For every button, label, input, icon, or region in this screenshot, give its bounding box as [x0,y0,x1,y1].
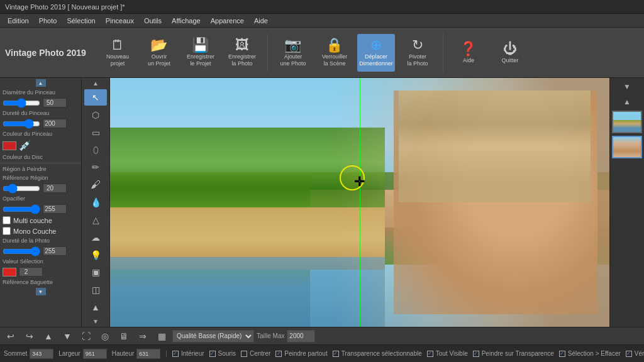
scroll-up-arrow[interactable]: ▲ [36,79,46,87]
ouvrir-icon: 📂 [150,38,167,52]
selection-swatch[interactable] [3,268,16,277]
status-divider: | [165,350,167,357]
durete-slider[interactable] [3,121,40,127]
mono-couche-check[interactable] [3,227,11,235]
tool-pen[interactable]: ✏ [84,159,107,175]
taille-max-input[interactable] [287,330,315,343]
durete-photo-input[interactable] [43,246,67,256]
durete-row [0,118,81,129]
btn-arrow-right[interactable]: ⇒ [135,329,151,343]
tools-sidebar: ▲ ↖ ⬡ ▭ ⬯ ✏ 🖌 💧 △ ☁ 💡 ▣ ◫ ▲ ▼ [82,78,110,327]
centrer-check[interactable] [241,351,247,357]
selection-label: Valeur Sélection [0,257,81,266]
tool-light1[interactable]: 💡 [84,247,107,263]
toolbar-aide-label: Aide [463,57,474,63]
thumbnail-1[interactable] [612,111,642,133]
peindre-transparent-label: Peindre sur Transparence [482,350,554,357]
toolbar-aide[interactable]: ❓ Aide [450,34,487,72]
toolbar-ouvrir[interactable]: 📂 Ouvrirun Projet [140,34,178,72]
sommet-input[interactable] [30,349,53,359]
canvas-area[interactable]: ✛ [110,78,609,327]
menu-pinceaux[interactable]: Pinceaux [101,16,139,26]
mono-couche-label: Mono Couche [13,228,57,235]
tool-rect[interactable]: ▭ [84,124,107,141]
check-centrer: Centrer [241,350,270,357]
tool-shape1[interactable]: ⬡ [84,107,107,123]
panel-scroll-down[interactable]: ▼ [0,287,81,297]
menu-outils[interactable]: Outils [139,16,167,26]
panel-scroll-up[interactable]: ▲ [0,78,81,88]
durete-photo-slider[interactable] [3,248,40,255]
right-nav-down[interactable]: ▼ [619,80,635,93]
btn-circle[interactable]: ◎ [97,329,113,343]
toolbar-deplacer[interactable]: ⊕ DéplacerDimentionner [357,34,395,72]
btn-expand[interactable]: ⛶ [78,329,94,343]
diametre-input[interactable]: 50 [43,98,67,107]
tool-triangle[interactable]: △ [84,212,107,228]
thumbnail-2[interactable] [612,136,642,158]
toolbar-verrouiller[interactable]: 🔒 Verrouillerla Scène [316,34,353,72]
menu-apparence[interactable]: Apparence [206,16,249,26]
menu-edition[interactable]: Edition [3,16,34,26]
right-nav-up[interactable]: ▲ [619,96,635,108]
tool-ellipse[interactable]: ⬯ [84,142,107,158]
multi-couche-check[interactable] [3,216,11,224]
toolbar-enregistrer-projet[interactable]: 💾 Enregistrerle Projet [182,34,219,72]
btn-redo[interactable]: ↪ [21,329,38,343]
tools-nav-up[interactable]: ▲ [84,79,107,88]
selection-effacer-check[interactable] [559,351,565,357]
couleur-label: Couleur du Pinceau [0,129,81,138]
peindre-transparent-check[interactable] [473,351,479,357]
btn-down[interactable]: ▼ [59,329,75,343]
menu-photo[interactable]: Photo [34,16,62,26]
diametre-slider[interactable] [3,100,40,106]
btn-screen[interactable]: 🖥 [116,329,132,343]
largeur-label: Largeur [58,350,80,357]
qualite-select[interactable]: Qualité Basse (Rapide) [172,330,254,343]
toolbar-pivoter[interactable]: ↻ Pivoterla Photo [399,34,436,72]
tool-brush[interactable]: 🖌 [84,177,107,193]
tool-cloud[interactable]: ☁ [84,229,107,246]
ref-region-slider[interactable] [3,185,40,192]
selection-input[interactable] [19,267,43,277]
verouiller-check[interactable] [626,351,632,357]
toolbar-ajouter-photo[interactable]: 📷 Ajouterune Photo [274,34,312,72]
hauteur-input[interactable] [136,349,160,359]
btn-grid[interactable]: ▦ [153,329,170,343]
tool-fill[interactable]: 💧 [84,194,107,211]
durete-input[interactable] [43,119,67,128]
transparence-check[interactable] [333,351,339,357]
opacifier-input[interactable] [43,204,67,214]
opacifier-label: Opacifier [0,194,81,203]
toolbar-enregistrer-photo[interactable]: 🖼 Enregistrerla Photo [223,34,261,72]
tool-square[interactable]: ▣ [84,265,107,281]
tout-visible-check[interactable] [427,351,433,357]
hauteur-label: Hauteur [112,350,135,357]
toolbar-quitter[interactable]: ⏻ Quitter [491,34,529,72]
opacifier-slider[interactable] [3,206,40,212]
souris-check[interactable] [209,351,216,357]
eyedropper-icon[interactable]: 💉 [19,140,31,151]
tools-nav-down[interactable]: ▼ [84,317,107,326]
menu-selection[interactable]: Sélection [62,16,100,26]
ref-region-input[interactable] [43,184,67,193]
tool-up-arrow[interactable]: ▲ [84,299,107,315]
couleur-swatch[interactable] [3,141,16,150]
menu-affichage[interactable]: Affichage [167,16,206,26]
btn-undo[interactable]: ↩ [3,329,19,343]
deplacer-icon: ⊕ [370,38,382,52]
centrer-label: Centrer [250,350,270,357]
pivoter-icon: ↻ [412,38,423,52]
toolbar-nouveau[interactable]: 🗒 Nouveauprojet [99,34,136,72]
peindre-partout-check[interactable] [275,351,282,357]
scroll-down-arrow[interactable]: ▼ [36,288,46,295]
interieur-check[interactable] [172,351,179,357]
tool-light2[interactable]: ◫ [84,282,107,298]
largeur-input[interactable] [83,349,107,359]
menu-aide[interactable]: Aide [249,16,273,26]
btn-up[interactable]: ▲ [40,329,57,343]
tool-select[interactable]: ↖ [84,89,107,106]
main-area: ▲ Diamètre du Pinceau 50 Dureté du Pince… [0,78,644,327]
person-hair [399,90,591,202]
check-peindre-partout: Peindre partout [275,350,327,357]
